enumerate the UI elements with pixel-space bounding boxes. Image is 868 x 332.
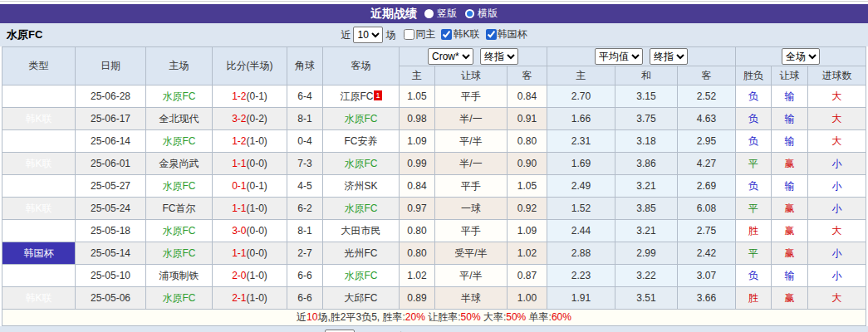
league-cell: 韩K联: [2, 287, 76, 310]
outcome-cell: 胜: [736, 220, 772, 242]
euro-away-odds: 2.69: [678, 175, 736, 198]
team-link[interactable]: 光州FC: [345, 247, 378, 259]
date-cell: 25-06-28: [76, 85, 146, 108]
team-link[interactable]: FC安养: [345, 135, 378, 147]
summary-segment: 20%: [405, 311, 425, 323]
hcap-line: 平手: [435, 220, 508, 242]
score-cell: 1-1(0-0): [213, 242, 287, 265]
table-body: 韩K联25-06-28水原FC1-2(0-1)6-4江原FC11.05平手0.8…: [2, 85, 866, 310]
team-link[interactable]: 水原FC: [345, 113, 378, 124]
team-link[interactable]: 水原FC: [163, 180, 196, 192]
outcome-cell: 平: [736, 153, 772, 175]
summary-segment: 60%: [552, 311, 571, 323]
next-filter-controls: 近 10 场 同主韩国杯韩K联亚冠精英: [0, 326, 868, 332]
fulltime-score: 2-0: [232, 270, 246, 281]
match-row: 韩国杯25-05-14水原FC1-1(0-0)2-7光州FC0.80受平/半1.…: [2, 242, 866, 265]
scope-select-cell: 全场: [736, 47, 866, 66]
col-hcap-away: 客: [508, 66, 547, 85]
euro-draw-odds: 3.22: [615, 265, 678, 287]
layout-option-横版[interactable]: 横版: [465, 7, 498, 21]
home-team-cell: 水原FC: [146, 287, 213, 310]
score-cell: 1-2(0-1): [213, 85, 287, 108]
filter-option-同主[interactable]: 同主: [398, 27, 435, 42]
away-team-cell: 大田市民: [323, 220, 400, 242]
euro-away-odds: 3.07: [678, 265, 736, 287]
outcome-result: 负: [748, 90, 758, 102]
fulltime-score: 3-0: [232, 225, 246, 237]
filter-option-韩国杯[interactable]: 韩国杯: [480, 27, 527, 42]
goals-result: 大: [832, 292, 842, 304]
bookmaker-select[interactable]: Crow*: [428, 48, 473, 65]
handicap-result-cell: 输: [772, 130, 808, 153]
euro-odds-type-select[interactable]: 平均值: [595, 48, 643, 65]
layout-option-竖版[interactable]: 竖版: [424, 7, 457, 21]
hcap-home-odds: 0.80: [400, 242, 435, 265]
team-link[interactable]: 全北现代: [159, 113, 199, 124]
handicap-result-cell: 赢: [772, 153, 808, 175]
handicap-time-select[interactable]: 终指: [480, 48, 518, 65]
goals-result-cell: 大: [808, 130, 866, 153]
halftime-score: (0-0): [247, 158, 267, 169]
team-link[interactable]: 浦项制铁: [159, 270, 199, 281]
handicap-result-cell: 赢: [772, 198, 808, 220]
handicap-result-cell: 赢: [772, 242, 808, 265]
summary-text: 近10场,胜2平3负5, 胜率:20% 让胜率:50% 大率:50% 单率:60…: [2, 310, 866, 326]
goals-result: 小: [832, 270, 842, 281]
home-team-cell: 水原FC: [146, 220, 213, 242]
team-link[interactable]: FC首尔: [163, 203, 196, 214]
euro-draw-odds: 3.86: [615, 153, 678, 175]
hcap-away-odds: 0.90: [508, 153, 547, 175]
radio-selected-icon[interactable]: [465, 9, 474, 18]
outcome-cell: 平: [736, 198, 772, 220]
euro-select-cell: 平均值 终指: [547, 47, 736, 66]
col-date: 日期: [76, 47, 146, 85]
corner-cell: 0-4: [287, 130, 323, 153]
summary-segment: 单率:: [526, 311, 552, 323]
outcome-cell: 平: [736, 242, 772, 265]
team-link[interactable]: 金泉尚武: [159, 158, 199, 169]
team-link[interactable]: 水原FC: [345, 158, 378, 169]
filter-option-韩K联[interactable]: 韩K联: [435, 27, 479, 42]
outcome-result: 负: [748, 113, 758, 124]
handicap-result: 赢: [785, 203, 795, 214]
team-link[interactable]: 水原FC: [163, 225, 196, 237]
team-link[interactable]: 水原FC: [163, 90, 196, 102]
team-link[interactable]: 水原FC: [163, 247, 196, 259]
hcap-line: 半球: [435, 287, 508, 310]
halftime-score: (0-0): [247, 225, 267, 237]
team-link[interactable]: 水原FC: [163, 292, 196, 304]
team-link[interactable]: 济州SK: [344, 180, 377, 192]
col-euro-home: 主: [547, 66, 615, 85]
filter-row-main: 水原FC 近 10 场 同主韩K联韩国杯: [0, 23, 868, 46]
euro-draw-odds: 3.21: [615, 220, 678, 242]
euro-home-odds: 2.49: [547, 175, 615, 198]
league-cell: 韩K联: [2, 220, 76, 242]
away-team-cell: 光州FC: [323, 242, 400, 265]
euro-away-odds: 4.63: [678, 108, 736, 130]
team-link[interactable]: 水原FC: [345, 270, 378, 281]
goals-result-cell: 小: [808, 153, 866, 175]
checkbox-韩国杯[interactable]: [486, 29, 497, 40]
checkbox-同主[interactable]: [404, 29, 414, 40]
date-cell: 25-06-14: [76, 130, 146, 153]
checkbox-韩K联[interactable]: [441, 29, 452, 40]
date-cell: 25-05-24: [76, 198, 146, 220]
fulltime-score: 0-1: [232, 180, 246, 192]
match-count-select[interactable]: 10: [353, 27, 383, 43]
hcap-line: 半/一: [435, 108, 508, 130]
handicap-result-cell: 赢: [772, 287, 808, 310]
league-cell: 韩K联: [2, 265, 76, 287]
hcap-away-odds: 1.00: [508, 287, 547, 310]
goals-result-cell: 大: [808, 108, 866, 130]
team-link[interactable]: 水原FC: [163, 135, 196, 147]
team-link[interactable]: 大邱FC: [345, 292, 378, 304]
radio-label: 横版: [478, 7, 498, 21]
team-link[interactable]: 江原FC: [340, 90, 373, 102]
radio-unselected-icon[interactable]: [424, 9, 434, 18]
euro-draw-odds: 2.99: [615, 242, 678, 265]
scope-select[interactable]: 全场: [782, 48, 820, 65]
score-cell: 2-1(1-0): [213, 287, 287, 310]
euro-time-select[interactable]: 终指: [650, 48, 688, 65]
team-link[interactable]: 大田市民: [341, 225, 381, 237]
team-link[interactable]: 水原FC: [345, 203, 378, 214]
